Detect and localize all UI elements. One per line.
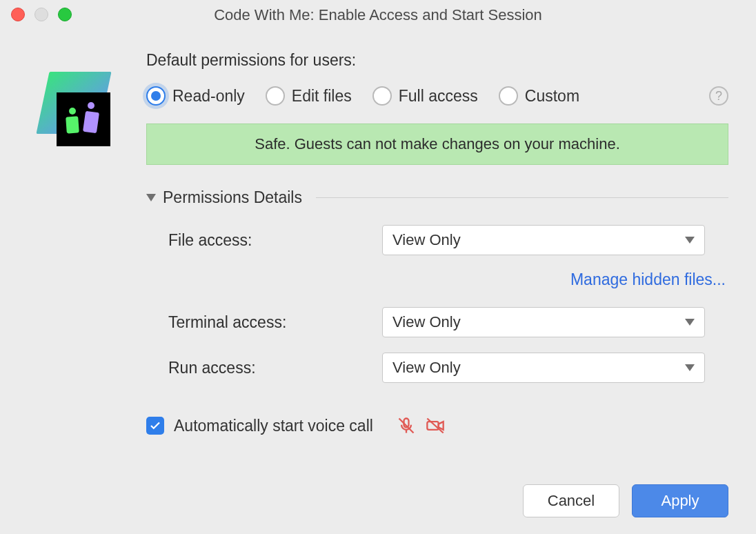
terminal-access-label: Terminal access:	[168, 313, 368, 332]
permissions-details-header[interactable]: Permissions Details	[146, 188, 728, 207]
radio-icon	[146, 86, 166, 106]
permissions-details-body: File access: View Only Manage hidden fil…	[146, 225, 728, 398]
file-access-value: View Only	[392, 231, 461, 249]
run-access-value: View Only	[392, 359, 461, 377]
radio-edit-files-label: Edit files	[292, 87, 352, 106]
chevron-down-icon	[685, 319, 695, 326]
run-access-select[interactable]: View Only	[382, 353, 705, 383]
manage-hidden-files-link[interactable]: Manage hidden files...	[570, 270, 726, 289]
window-title: Code With Me: Enable Access and Start Se…	[0, 6, 756, 24]
window-close-button[interactable]	[11, 8, 25, 21]
traffic-lights	[11, 8, 72, 21]
radio-read-only-label: Read-only	[172, 87, 245, 106]
radio-read-only[interactable]: Read-only	[146, 86, 245, 106]
window-zoom-button[interactable]	[58, 8, 72, 21]
radio-custom-label: Custom	[525, 87, 579, 106]
terminal-access-value: View Only	[392, 313, 461, 331]
right-column: Default permissions for users: Read-only…	[146, 51, 728, 517]
radio-icon	[499, 86, 518, 106]
chevron-down-icon	[685, 364, 695, 371]
terminal-access-select[interactable]: View Only	[382, 307, 705, 337]
radio-full-access[interactable]: Full access	[372, 86, 478, 106]
svg-line-3	[427, 419, 443, 433]
microphone-off-icon[interactable]	[397, 416, 416, 435]
file-access-label: File access:	[168, 231, 368, 250]
permission-mode-radios: Read-only Edit files Full access Custom …	[146, 86, 728, 106]
radio-full-access-label: Full access	[399, 87, 478, 106]
voice-call-checkbox[interactable]	[146, 417, 164, 435]
run-access-row: Run access: View Only	[168, 353, 728, 383]
code-with-me-icon	[36, 72, 119, 151]
camera-off-icon[interactable]	[426, 416, 445, 435]
help-icon[interactable]: ?	[709, 86, 728, 106]
chevron-down-icon	[146, 194, 156, 201]
terminal-access-row: Terminal access: View Only	[168, 307, 728, 337]
default-permissions-label: Default permissions for users:	[146, 51, 728, 70]
titlebar: Code With Me: Enable Access and Start Se…	[0, 0, 756, 30]
cancel-button[interactable]: Cancel	[523, 484, 619, 517]
left-column	[36, 51, 132, 517]
apply-button[interactable]: Apply	[632, 484, 728, 517]
voice-call-row: Automatically start voice call	[146, 416, 728, 435]
divider	[316, 197, 728, 198]
voice-call-label: Automatically start voice call	[174, 417, 373, 435]
radio-icon	[266, 86, 285, 106]
radio-custom[interactable]: Custom	[499, 86, 579, 106]
radio-edit-files[interactable]: Edit files	[266, 86, 352, 106]
permissions-details-title: Permissions Details	[163, 188, 302, 207]
chevron-down-icon	[685, 237, 695, 244]
dialog-content: Default permissions for users: Read-only…	[0, 30, 756, 534]
dialog-footer: Cancel Apply	[146, 471, 728, 517]
manage-hidden-row: Manage hidden files...	[168, 270, 728, 289]
safety-banner: Safe. Guests can not make changes on you…	[146, 123, 728, 165]
file-access-select[interactable]: View Only	[382, 225, 705, 255]
window-minimize-button[interactable]	[34, 8, 48, 21]
radio-icon	[372, 86, 392, 106]
file-access-row: File access: View Only	[168, 225, 728, 255]
run-access-label: Run access:	[168, 359, 368, 377]
